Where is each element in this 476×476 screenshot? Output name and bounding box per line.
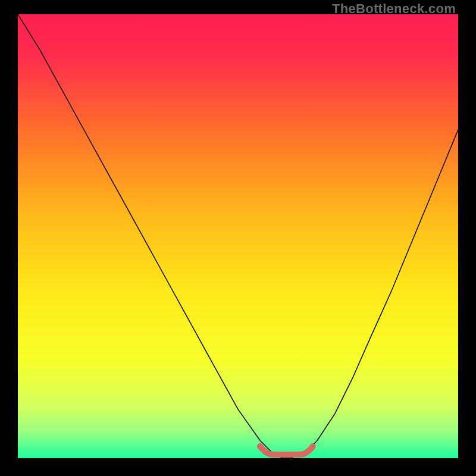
plot-area [18,14,458,458]
flat-bottom-band [260,446,313,455]
chart-stage: TheBottleneck.com [0,0,476,476]
curve-layer [18,14,458,458]
bottleneck-curve [18,14,458,458]
